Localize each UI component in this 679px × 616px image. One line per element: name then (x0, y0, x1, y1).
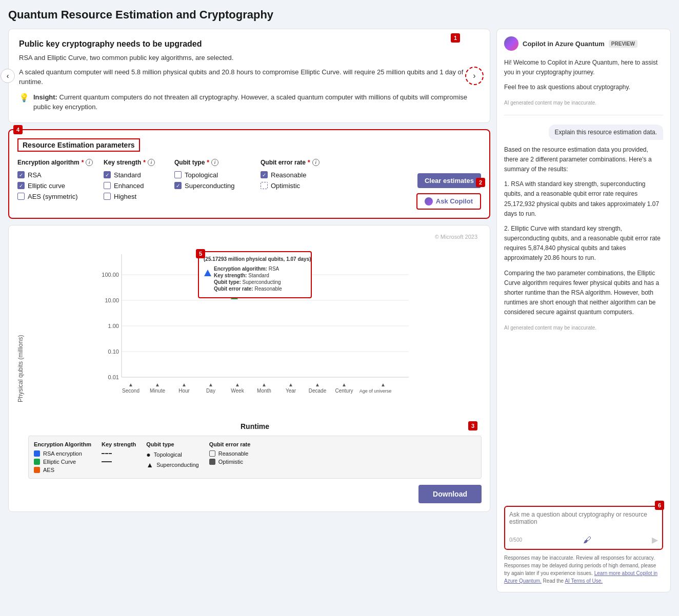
legend-reasonable-icon (209, 450, 215, 457)
aes-checkbox[interactable] (17, 193, 25, 200)
send-button[interactable]: ▶ (652, 535, 658, 545)
params-grid: Encryption algorithm * i RSA Elliptic cu… (17, 159, 481, 210)
info-card-text2: A scaled quantum computer will need 5.8 … (19, 67, 480, 87)
superconducting-checkbox[interactable] (174, 182, 182, 189)
errorrate-info-icon[interactable]: i (312, 159, 319, 166)
params-title: Resource Estimation parameters (17, 138, 140, 152)
download-button[interactable]: Download (418, 485, 482, 503)
read-ai-prefix: Read the (543, 578, 565, 584)
chart-inner: © Microsoft 2023 (28, 234, 482, 503)
copilot-response2: 1. RSA with standard key strength, super… (504, 179, 663, 219)
user-message: Explain this resource estimation data. (549, 125, 663, 140)
standard-checkbox[interactable] (104, 171, 111, 178)
keystrength-col: Key strength * i Standard Enhanced (104, 159, 170, 210)
ask-copilot-button[interactable]: Ask Copilot (416, 193, 481, 210)
legend-superconducting-icon: ▲ (146, 461, 153, 469)
elliptic-checkbox-item[interactable]: Elliptic curve (17, 182, 99, 190)
svg-text:100.00: 100.00 (102, 272, 119, 278)
svg-text:Year: Year (286, 388, 296, 394)
legend-ks-solid-label (115, 459, 116, 465)
aes-checkbox-item[interactable]: AES (symmetric) (17, 193, 99, 200)
svg-text:0.10: 0.10 (108, 348, 119, 355)
copilot-panel: Copilot in Azure Quantum PREVIEW Hi! Wel… (496, 29, 671, 592)
legend-elliptic-color (34, 459, 40, 465)
aes-label: AES (symmetric) (28, 193, 78, 200)
svg-text:Week: Week (231, 388, 244, 394)
clear-estimates-button[interactable]: Clear estimates (417, 173, 481, 188)
badge-4: 4 (13, 125, 23, 134)
optimistic-checkbox[interactable] (261, 182, 268, 189)
brush-icon[interactable]: 🖌 (583, 536, 591, 545)
reasonable-checkbox[interactable] (261, 171, 268, 178)
chat-input-area[interactable]: 0/500 🖌 ▶ (504, 506, 663, 550)
chart-area: Physical qubits (millions) © Microsoft 2… (17, 234, 482, 503)
svg-text:Day: Day (206, 388, 215, 394)
svg-text:▲: ▲ (235, 382, 240, 387)
optimistic-checkbox-item[interactable]: Optimistic (261, 182, 412, 190)
copilot-welcome: Hi! Welcome to Copilot in Azure Quantum,… (504, 58, 663, 77)
rsa-checkbox-item[interactable]: RSA (17, 171, 99, 179)
svg-text:Decade: Decade (309, 388, 327, 394)
highest-label: Highest (114, 193, 136, 200)
nav-right-button[interactable]: › (465, 67, 484, 85)
legend-keystrength-title: Key strength (102, 441, 136, 447)
svg-text:▲: ▲ (262, 382, 267, 387)
elliptic-checkbox[interactable] (17, 182, 25, 189)
topological-label: Topological (185, 171, 218, 179)
topological-checkbox[interactable] (174, 171, 182, 178)
legend-elliptic: Elliptic Curve (34, 459, 91, 465)
legend-ks-dashed (102, 450, 136, 457)
chart-copyright: © Microsoft 2023 (435, 234, 477, 240)
rsa-checkbox[interactable] (17, 171, 25, 178)
svg-text:▲: ▲ (381, 382, 386, 387)
legend-aes-color (34, 467, 40, 473)
errorrate-header: Qubit error rate * i (261, 159, 412, 166)
legend-rsa-color (34, 450, 40, 457)
chat-input[interactable] (509, 511, 658, 531)
encryption-info-icon[interactable]: i (86, 159, 93, 166)
nav-left-button[interactable]: ‹ (1, 69, 15, 83)
svg-text:(25.17293 million physical qub: (25.17293 million physical qubits, 1.07 … (204, 256, 311, 262)
topological-checkbox-item[interactable]: Topological (174, 171, 256, 179)
ai-terms-link[interactable]: AI Terms of Use. (565, 578, 603, 584)
errorrate-col: Qubit error rate * i Reasonable Optimist… (261, 159, 412, 210)
params-card: 4 Resource Estimation parameters Encrypt… (8, 129, 490, 219)
highest-checkbox-item[interactable]: Highest (104, 193, 170, 200)
badge-3: 3 (468, 421, 477, 430)
qubittype-info-icon[interactable]: i (211, 159, 218, 166)
enhanced-checkbox-item[interactable]: Enhanced (104, 182, 170, 190)
qubittype-col: Qubit type * i Topological Superconducti… (174, 159, 256, 210)
legend-reasonable: Reasonable (209, 450, 251, 457)
superconducting-checkbox-item[interactable]: Superconducting (174, 182, 256, 190)
standard-checkbox-item[interactable]: Standard (104, 171, 170, 179)
reasonable-checkbox-item[interactable]: Reasonable (261, 171, 412, 179)
copilot-free-text: Feel free to ask questions about cryptog… (504, 83, 663, 92)
qubittype-header: Qubit type * i (174, 159, 256, 166)
highest-checkbox[interactable] (104, 193, 111, 200)
chart-plot: 100.00 10.00 1.00 0.10 0.01 (28, 244, 482, 418)
insight-box: 💡 Insight: Current quantum computers do … (19, 92, 480, 112)
legend-algorithm: Encryption Algorithm RSA encryption Elli… (34, 441, 91, 473)
info-card-text1: RSA and Elliptic Curve, two common publi… (19, 53, 480, 63)
legend-topological-label: Topological (154, 451, 182, 458)
y-axis-label: Physical qubits (millions) (17, 234, 24, 503)
encryption-col: Encryption algorithm * i RSA Elliptic cu… (17, 159, 99, 210)
chat-input-footer: 0/500 🖌 ▶ (509, 535, 658, 545)
badge-1: 1 (451, 33, 460, 43)
legend-solid-icon (102, 461, 112, 462)
legend-topological: ● Topological (146, 450, 198, 459)
legend-topological-icon: ● (146, 450, 150, 459)
download-row: Download (28, 485, 482, 503)
copilot-button-icon (425, 197, 433, 206)
keystrength-info-icon[interactable]: i (148, 159, 155, 166)
svg-text:▲: ▲ (288, 382, 293, 387)
svg-text:▲: ▲ (342, 382, 347, 387)
enhanced-checkbox[interactable] (104, 182, 111, 189)
legend-reasonable-label: Reasonable (218, 450, 249, 457)
legend-ks-dashed-label (115, 450, 116, 457)
legend-optimistic: Optimistic (209, 459, 251, 465)
page-title: Quantum Resource Estimation and Cryptogr… (8, 8, 671, 22)
legend-optimistic-icon (209, 459, 215, 465)
button-col: Clear estimates Ask Copilot 2 (416, 159, 481, 210)
legend-elliptic-label: Elliptic Curve (43, 459, 76, 465)
